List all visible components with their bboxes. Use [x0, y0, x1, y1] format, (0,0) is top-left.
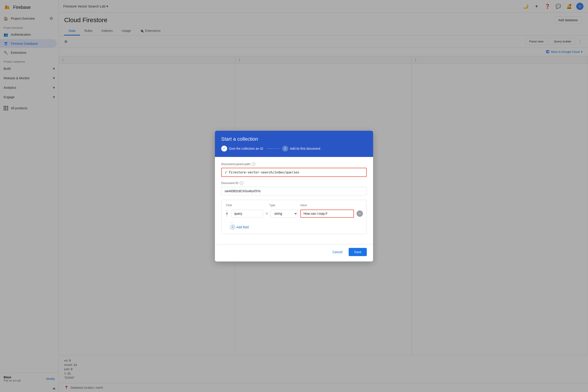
- save-button[interactable]: Save: [349, 248, 367, 256]
- step-2-circle: 2: [282, 146, 288, 152]
- field-type-select[interactable]: string number boolean map array null tim…: [270, 210, 298, 218]
- value-column-header: Value: [300, 204, 363, 207]
- modal-overlay: Start a collection ✓ Give the collection…: [0, 0, 588, 392]
- modal-header: Start a collection ✓ Give the collection…: [215, 131, 373, 157]
- field-dot: [226, 213, 228, 214]
- doc-parent-path-label: Document parent path ?: [221, 162, 367, 166]
- step-divider: [266, 148, 279, 148]
- modal-footer: Cancel Save: [215, 244, 373, 262]
- modal-title: Start a collection: [221, 136, 367, 142]
- doc-id-group: Document ID ?: [221, 181, 367, 195]
- doc-id-label: Document ID ?: [221, 181, 367, 185]
- step-1-circle: ✓: [221, 146, 227, 152]
- doc-id-input[interactable]: [221, 187, 367, 195]
- doc-parent-path-group: Document parent path ?: [221, 162, 367, 177]
- field-row-1: = string number boolean map array null t…: [225, 210, 363, 218]
- step-1: ✓ Give the collection an ID: [221, 146, 263, 152]
- modal-steps: ✓ Give the collection an ID 2 Add its fi…: [221, 146, 367, 152]
- field-connector: [225, 210, 229, 217]
- step-2-label: Add its first document: [290, 147, 321, 150]
- field-name-input[interactable]: [231, 210, 263, 218]
- step-2: 2 Add its first document: [282, 146, 321, 152]
- field-value-input[interactable]: [300, 210, 354, 218]
- fields-section: Field Type Value = string number: [221, 200, 367, 234]
- cancel-button[interactable]: Cancel: [329, 248, 346, 256]
- modal-body: Document parent path ? Document ID ? Fie…: [215, 157, 373, 244]
- add-field-dots: ···: [230, 220, 233, 224]
- add-field-plus-icon: +: [230, 225, 235, 230]
- field-column-header: Field: [226, 204, 258, 207]
- type-column-header: Type: [269, 204, 297, 207]
- doc-parent-path-input[interactable]: [221, 168, 367, 177]
- start-collection-modal: Start a collection ✓ Give the collection…: [215, 131, 373, 262]
- add-field-section: ··· + Add field: [225, 220, 363, 230]
- equals-icon: =: [266, 212, 268, 216]
- add-field-button[interactable]: + Add field: [230, 224, 248, 230]
- step-1-label: Give the collection an ID: [229, 147, 263, 150]
- doc-parent-path-help-icon[interactable]: ?: [252, 162, 255, 166]
- remove-field-button[interactable]: −: [357, 210, 363, 217]
- fields-header: Field Type Value: [225, 204, 363, 207]
- add-field-label: Add field: [236, 225, 248, 229]
- doc-id-help-icon[interactable]: ?: [240, 181, 243, 185]
